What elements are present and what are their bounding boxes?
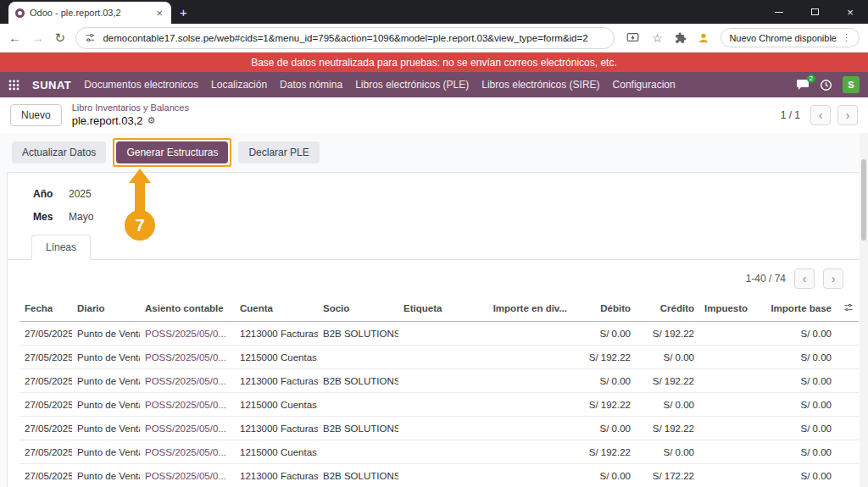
forward-icon[interactable]: →	[31, 30, 44, 45]
optional-columns-icon[interactable]	[843, 302, 854, 313]
col-fecha[interactable]: Fecha	[19, 296, 72, 322]
col-etiqueta[interactable]: Etiqueta	[398, 296, 483, 322]
cell-etiqueta	[398, 417, 483, 440]
table-row[interactable]: 27/05/2025 Punto de Venta POSS/2025/05/0…	[19, 464, 859, 487]
record-actions-gear-icon[interactable]: ⚙	[147, 115, 156, 127]
cell-diario: Punto de Venta	[72, 369, 140, 393]
table-row[interactable]: 27/05/2025 Punto de Venta POSS/2025/05/0…	[19, 417, 859, 440]
col-asiento[interactable]: Asiento contable	[140, 296, 235, 322]
cell-debito: S/ 0.00	[572, 369, 636, 393]
messages-icon[interactable]: 2	[796, 79, 810, 91]
cell-diario: Punto de Venta	[72, 322, 140, 346]
col-debito[interactable]: Débito	[572, 296, 636, 322]
cell-asiento-link[interactable]: POSS/2025/05/0...	[140, 393, 235, 417]
cell-spacer	[837, 464, 859, 487]
col-importe-base[interactable]: Importe base	[752, 296, 837, 322]
new-tab-icon[interactable]: +	[180, 5, 187, 19]
cell-diario: Punto de Venta	[72, 346, 140, 369]
record-prev-icon[interactable]: ‹	[810, 105, 831, 125]
breadcrumb-parent[interactable]: Libro Inventarios y Balances	[72, 102, 189, 114]
cell-debito: S/ 0.00	[572, 322, 636, 346]
url-text: democontable17.solse.pe/web#cids=1&menu_…	[103, 33, 587, 43]
cell-fecha: 27/05/2025	[19, 322, 72, 346]
menu-configuracion[interactable]: Configuracion	[613, 79, 676, 91]
cell-debito: S/ 192.22	[572, 346, 636, 369]
cell-etiqueta	[398, 322, 483, 346]
cell-importe-base: S/ 0.00	[752, 393, 837, 417]
record-next-icon[interactable]: ›	[837, 105, 858, 125]
cell-asiento-link[interactable]: POSS/2025/05/0...	[140, 369, 235, 393]
cell-fecha: 27/05/2025	[19, 464, 72, 487]
month-field[interactable]: Mayo	[69, 211, 93, 223]
menu-libros-sire[interactable]: Libros electrónicos (SIRE)	[481, 79, 599, 91]
record-pager: 1 / 1	[781, 109, 800, 121]
refresh-icon[interactable]: ↻	[54, 30, 65, 46]
site-settings-icon[interactable]	[85, 32, 96, 43]
cell-etiqueta	[398, 440, 483, 464]
browser-menu-icon[interactable]: ⋮	[842, 32, 851, 43]
apps-grid-icon[interactable]	[8, 80, 19, 91]
menu-datos-nomina[interactable]: Datos nómina	[280, 79, 342, 91]
address-bar[interactable]: democontable17.solse.pe/web#cids=1&menu_…	[75, 27, 615, 49]
activities-clock-icon[interactable]	[820, 79, 832, 91]
table-row[interactable]: 27/05/2025 Punto de Venta POSS/2025/05/0…	[19, 369, 859, 393]
cell-asiento-link[interactable]: POSS/2025/05/0...	[140, 440, 235, 464]
extensions-icon[interactable]	[675, 32, 687, 44]
cell-importe-base: S/ 0.00	[752, 322, 837, 346]
tab-lineas[interactable]: Líneas	[31, 235, 91, 260]
cell-impuesto	[699, 440, 752, 464]
menu-localizacion[interactable]: Localización	[211, 79, 267, 91]
table-row[interactable]: 27/05/2025 Punto de Venta POSS/2025/05/0…	[19, 322, 859, 346]
cell-debito: S/ 0.00	[572, 417, 636, 440]
declarar-ple-button[interactable]: Declarar PLE	[238, 141, 319, 163]
cell-asiento-link[interactable]: POSS/2025/05/0...	[140, 417, 235, 440]
table-row[interactable]: 27/05/2025 Punto de Venta POSS/2025/05/0…	[19, 440, 859, 464]
tab-title: Odoo - ple.report.03,2	[30, 8, 149, 18]
cell-socio: B2B SOLUTIONS ...	[318, 417, 398, 440]
page-scrollbar-thumb[interactable]	[861, 159, 866, 241]
messages-badge: 2	[807, 75, 815, 83]
cell-importe-div	[483, 464, 572, 487]
list-next-icon[interactable]: ›	[823, 268, 843, 289]
cell-asiento-link[interactable]: POSS/2025/05/0...	[140, 322, 235, 346]
col-diario[interactable]: Diario	[72, 296, 140, 322]
cell-etiqueta	[398, 393, 483, 417]
menu-libros-ple[interactable]: Libros electrónicos (PLE)	[355, 79, 469, 91]
action-buttons-row: Actualizar Datos Generar Estructuras Dec…	[0, 133, 868, 172]
col-socio[interactable]: Socio	[318, 296, 398, 322]
cell-spacer	[837, 369, 859, 393]
install-app-icon[interactable]	[626, 32, 639, 43]
app-brand[interactable]: SUNAT	[32, 79, 71, 91]
table-row[interactable]: 27/05/2025 Punto de Venta POSS/2025/05/0…	[19, 393, 859, 417]
cell-importe-div	[483, 417, 572, 440]
window-restore-icon[interactable]	[797, 0, 832, 24]
back-icon[interactable]: ←	[8, 30, 21, 45]
cell-fecha: 27/05/2025	[19, 440, 72, 464]
col-credito[interactable]: Crédito	[636, 296, 699, 322]
chrome-update-button[interactable]: Nuevo Chrome disponible ⋮	[721, 28, 860, 47]
cell-socio: B2B SOLUTIONS ...	[318, 369, 398, 393]
cell-credito: S/ 192.22	[636, 369, 699, 393]
menu-documentos-electronicos[interactable]: Documentos electronicos	[84, 79, 198, 91]
col-importe-div[interactable]: Importe en div...	[483, 296, 572, 322]
cell-socio	[318, 440, 398, 464]
year-field[interactable]: 2025	[69, 188, 92, 200]
user-avatar[interactable]: S	[843, 76, 860, 93]
profile-icon[interactable]	[697, 31, 710, 45]
cell-asiento-link[interactable]: POSS/2025/05/0...	[140, 464, 235, 487]
list-prev-icon[interactable]: ‹	[794, 268, 815, 289]
table-row[interactable]: 27/05/2025 Punto de Venta POSS/2025/05/0…	[19, 346, 859, 369]
list-pager-text: 1-40 / 74	[746, 273, 786, 285]
window-minimize-icon[interactable]	[761, 0, 797, 24]
col-impuesto[interactable]: Impuesto	[699, 296, 752, 322]
window-close-icon[interactable]: ×	[832, 0, 868, 24]
browser-tab[interactable]: Odoo - ple.report.03,2 ×	[8, 2, 171, 24]
actualizar-datos-button[interactable]: Actualizar Datos	[12, 141, 106, 163]
new-record-button[interactable]: Nuevo	[10, 104, 62, 126]
col-cuenta[interactable]: Cuenta	[235, 296, 318, 322]
cell-asiento-link[interactable]: POSS/2025/05/0...	[140, 346, 235, 369]
generar-estructuras-button[interactable]: Generar Estructuras	[116, 141, 228, 163]
tab-close-icon[interactable]: ×	[154, 7, 164, 19]
cell-diario: Punto de Venta	[72, 440, 140, 464]
bookmark-star-icon[interactable]: ☆	[649, 31, 665, 45]
